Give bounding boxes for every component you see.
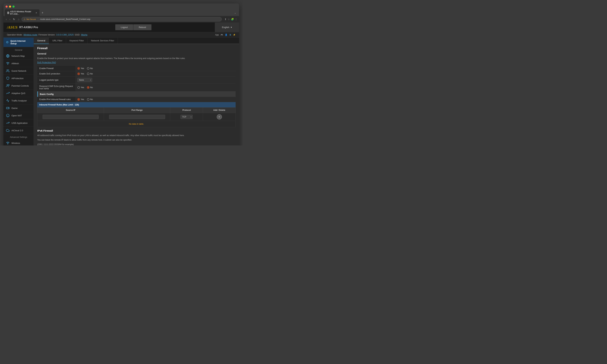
- router-header: /ASUS RT-AX86U Pro Logout Reboot English…: [3, 23, 239, 32]
- ipv4-no-option[interactable]: No: [87, 98, 93, 101]
- enable-firewall-yes-radio[interactable]: [78, 67, 80, 70]
- sidebar-item-adaptive-qos[interactable]: Adaptive QoS: [3, 90, 34, 97]
- inbound-rules-header: Inbound Firewall Rules (Max Limit : 128): [37, 102, 236, 107]
- close-button[interactable]: [6, 6, 8, 8]
- source-ip-input[interactable]: [43, 115, 99, 119]
- sidebar-general-label: General: [3, 47, 34, 52]
- network-map-icon: [6, 54, 10, 58]
- sidebar-item-usb-application[interactable]: USB Application: [3, 119, 34, 127]
- ipv6-description-1: All outbound traffic coming from IPv6 ho…: [37, 134, 236, 137]
- inbound-rules-table: Source IP Port Range Protocol Add / Dele…: [37, 107, 236, 127]
- main-layout: ⚙ Quick Internet Setup General Network M…: [3, 38, 239, 145]
- router-ui: /ASUS RT-AX86U Pro Logout Reboot English…: [3, 23, 239, 145]
- router-logo-area: /ASUS RT-AX86U Pro: [3, 25, 52, 30]
- port-range-input[interactable]: [109, 115, 165, 119]
- operation-mode-value[interactable]: Wireless router: [23, 34, 38, 36]
- sidebar-label-aicloud: AiCloud 2.0: [12, 129, 23, 132]
- port-range-header: Port Range: [104, 107, 170, 113]
- sidebar-item-traffic-analyzer[interactable]: Traffic Analyzer: [3, 97, 34, 104]
- tab-network-services-filter[interactable]: Network Services Filter: [88, 38, 118, 44]
- ipv4-inbound-radio-group: Yes No: [78, 98, 234, 101]
- browser-titlebar: [3, 3, 239, 10]
- usb-icon: ⚡: [233, 34, 236, 36]
- minimize-button[interactable]: [9, 6, 11, 8]
- address-bar[interactable]: ⚠ Not Secure | router.asus.com/Advanced_…: [22, 17, 222, 22]
- enable-dos-yes-radio[interactable]: [78, 73, 80, 75]
- sidebar-item-parental-controls[interactable]: Parental Controls: [3, 82, 34, 90]
- browser-tab-active[interactable]: ASUS Wireless Router RT-AX8... ✕: [5, 9, 40, 16]
- enable-dos-no-radio[interactable]: [87, 73, 89, 75]
- tab-close-icon[interactable]: ✕: [36, 12, 37, 14]
- firmware-label: Firmware Version:: [39, 34, 55, 36]
- icmp-ping-yes-radio[interactable]: [78, 86, 80, 89]
- enable-dos-yes-option[interactable]: Yes: [78, 73, 84, 75]
- sidebar-label-open-nat: Open NAT: [12, 114, 22, 117]
- home-button[interactable]: ⌂: [17, 18, 20, 21]
- asus-logo: /ASUS: [7, 25, 17, 30]
- ipv6-description-2: You can leave the remote IP blank to all…: [37, 138, 236, 142]
- yes-label-4: Yes: [81, 98, 84, 101]
- traffic-analyzer-icon: [6, 99, 10, 103]
- dos-protection-link[interactable]: DoS Protection FAQ: [37, 61, 236, 64]
- icmp-ping-yes-option[interactable]: Yes: [78, 86, 84, 89]
- icmp-ping-no-option[interactable]: No: [87, 86, 93, 89]
- sidebar-item-aicloud[interactable]: AiCloud 2.0: [3, 127, 34, 134]
- svg-point-11: [6, 114, 9, 117]
- protocol-select[interactable]: TCP UDP BOTH: [181, 115, 193, 119]
- svg-point-2: [8, 65, 8, 65]
- sidebar-item-network-map[interactable]: Network Map: [3, 52, 34, 60]
- address-text: router.asus.com/Advanced_BasicFirewall_C…: [40, 18, 91, 20]
- model-name: RT-AX86U Pro: [19, 26, 38, 29]
- ipv4-no-radio[interactable]: [87, 98, 89, 101]
- logged-packets-select[interactable]: None Dropped Accepted Both: [78, 78, 92, 82]
- forward-button[interactable]: ›: [9, 18, 11, 21]
- reboot-button[interactable]: Reboot: [133, 25, 151, 30]
- tab-navigation: General URL Filter Keyword Filter Networ…: [34, 38, 239, 44]
- chevron-down-icon[interactable]: ⌄: [234, 12, 238, 14]
- usb-application-icon: [6, 121, 10, 125]
- enable-firewall-no-radio[interactable]: [87, 67, 89, 70]
- share-icon[interactable]: ⬆: [224, 18, 227, 21]
- sidebar: ⚙ Quick Internet Setup General Network M…: [3, 38, 34, 145]
- logout-button[interactable]: Logout: [115, 25, 133, 30]
- svg-point-3: [7, 70, 8, 71]
- tab-url-filter[interactable]: URL Filter: [49, 38, 66, 44]
- aimesh-icon: [6, 62, 10, 65]
- sidebar-item-wireless[interactable]: Wireless: [3, 139, 34, 145]
- ipv4-yes-radio[interactable]: [78, 98, 80, 101]
- sidebar-item-aimesh[interactable]: AiMesh: [3, 60, 34, 67]
- reload-button[interactable]: ↻: [12, 18, 16, 21]
- back-button[interactable]: ‹: [5, 18, 7, 21]
- sidebar-item-guest-network[interactable]: Guest Network: [3, 67, 34, 75]
- enable-dos-value: Yes No: [75, 71, 236, 77]
- tab-general[interactable]: General: [34, 38, 49, 44]
- ipv4-yes-option[interactable]: Yes: [78, 98, 84, 101]
- sidebar-item-aiprotection[interactable]: AiProtection: [3, 75, 34, 82]
- sidebar-item-game[interactable]: Game: [3, 104, 34, 112]
- general-section-title: General: [37, 52, 236, 55]
- add-rule-button[interactable]: +: [217, 114, 222, 119]
- tab-keyword-filter[interactable]: Keyword Filter: [66, 38, 88, 44]
- maximize-button[interactable]: [13, 6, 14, 8]
- new-tab-button[interactable]: +: [40, 11, 45, 15]
- svg-point-14: [8, 144, 8, 144]
- quick-internet-setup-item[interactable]: ⚙ Quick Internet Setup: [3, 38, 34, 47]
- menu-icon[interactable]: ⋮: [235, 18, 237, 21]
- ipv4-inbound-label: Enable IPv4 inbound firewall rules: [37, 97, 75, 102]
- extensions-icon[interactable]: 🧩: [231, 18, 234, 21]
- ipv6-description-3: (2001::1111:2222:3333/64 for example): [37, 143, 236, 145]
- enable-dos-no-option[interactable]: No: [87, 73, 93, 75]
- sidebar-item-open-nat[interactable]: Open NAT: [3, 112, 34, 119]
- enable-firewall-no-option[interactable]: No: [87, 67, 93, 70]
- quick-setup-icon: ⚙: [6, 40, 9, 44]
- game-icon: [6, 106, 10, 110]
- icmp-ping-no-radio[interactable]: [87, 86, 89, 89]
- inbound-rules-section: Inbound Firewall Rules (Max Limit : 128)…: [37, 102, 236, 127]
- ipv4-inbound-row: Enable IPv4 inbound firewall rules Yes: [37, 97, 236, 102]
- language-selector[interactable]: English ▾: [215, 23, 239, 32]
- firewall-content: Firewall General Enable the firewall to …: [34, 44, 239, 145]
- advanced-settings-label: Advanced Settings: [3, 134, 34, 139]
- enable-firewall-yes-option[interactable]: Yes: [78, 67, 84, 70]
- bookmark-icon[interactable]: ☆: [228, 18, 230, 21]
- ssid-value[interactable]: Mezha: [81, 34, 87, 36]
